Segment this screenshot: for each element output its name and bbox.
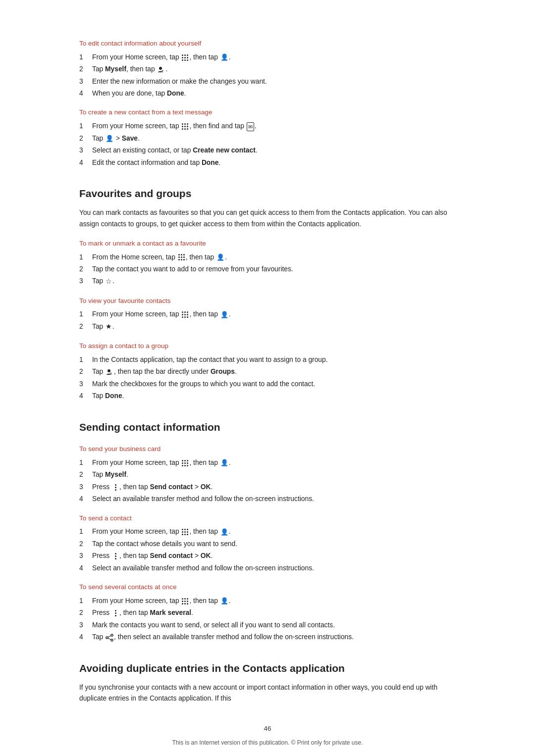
svg-point-0 [159,67,162,70]
section-header-create-from-text: To create a new contact from a text mess… [79,107,456,118]
menu-icon [112,553,119,560]
step-2: 2 Tap Myself. [79,469,456,480]
steps-assign-group: 1 In the Contacts application, tap the c… [79,354,456,402]
svg-point-1 [107,369,110,372]
section-assign-group: To assign a contact to a group 1 In the … [79,341,456,401]
section-send-contact: To send a contact 1 From your Home scree… [79,513,456,573]
step-2: 2 Tap , then tap the bar directly under … [79,366,456,377]
steps-send-business-card: 1 From your Home screen, tap , then tap … [79,457,456,504]
step-1: 1 From your Home screen, tap , then tap … [79,309,456,319]
heading-sending: Sending contact information [79,419,456,436]
star-filled-icon: ★ [106,321,112,332]
step-4: 4 Select an available transfer method an… [79,563,456,573]
svg-point-4 [111,639,113,641]
person-edit-icon [157,65,165,74]
favourites-intro: You can mark contacts as favourites so t… [79,207,456,229]
step-4: 4 When you are done, tap Done. [79,88,456,99]
menu-icon [112,483,119,491]
step-1: 1 From your Home screen, tap , then tap … [79,596,456,606]
step-2: 2 Tap Myself, then tap . [79,64,456,74]
step-1: 1 From your Home screen, tap , then tap … [79,457,456,468]
msg-icon: ✉ [247,122,254,132]
menu-icon [112,609,119,617]
person-icon: 👤 [216,252,224,262]
step-4: 4 Tap , then select an available transfe… [79,632,456,642]
step-1: 1 From the Home screen, tap , then tap 👤… [79,252,456,262]
person-icon: 👤 [220,527,228,537]
star-outline-icon: ☆ [106,276,112,287]
step-1: 1 From your Home screen, tap , then tap … [79,52,456,62]
steps-view-favourites: 1 From your Home screen, tap , then tap … [79,309,456,332]
grid-icon [182,598,188,605]
footer: This is an Internet version of this publ… [79,738,456,748]
grid-icon [182,529,188,535]
person-icon: 👤 [106,134,113,144]
person-icon: 👤 [220,458,228,468]
person-icon: 👤 [220,310,228,320]
step-2: 2 Tap 👤 > Save. [79,133,456,144]
grid-icon [182,311,188,318]
steps-edit-contact: 1 From your Home screen, tap , then tap … [79,52,456,99]
step-3: 3 Mark the contacts you want to send, or… [79,620,456,630]
section-mark-favourite: To mark or unmark a contact as a favouri… [79,239,456,287]
step-3: 3 Enter the new information or make the … [79,76,456,87]
grid-icon [182,460,188,466]
person-icon: 👤 [220,52,228,62]
section-send-business-card: To send your business card 1 From your H… [79,444,456,504]
step-4: 4 Select an available transfer method an… [79,494,456,504]
step-2: 2 Tap the contact whose details you want… [79,539,456,549]
section-header-mark-favourite: To mark or unmark a contact as a favouri… [79,239,456,249]
step-2: 2 Tap the contact you want to add to or … [79,264,456,274]
step-1: 1 From your Home screen, tap , then tap … [79,526,456,537]
section-header-assign-group: To assign a contact to a group [79,341,456,352]
step-1: 1 From your Home screen, tap , then find… [79,121,456,131]
svg-point-2 [111,634,113,636]
grid-icon [178,254,185,260]
section-header-send-business-card: To send your business card [79,444,456,454]
page-number: 46 [79,724,456,734]
person-edit-icon [106,367,113,377]
steps-create-from-text: 1 From your Home screen, tap , then find… [79,121,456,168]
step-3: 3 Mark the checkboxes for the groups to … [79,379,456,389]
step-4: 4 Tap Done. [79,391,456,401]
step-3: 3 Select an existing contact, or tap Cre… [79,145,456,155]
avoiding-intro: If you synchronise your contacts with a … [79,682,456,704]
steps-mark-favourite: 1 From the Home screen, tap , then tap 👤… [79,252,456,287]
section-header-edit-contact: To edit contact information about yourse… [79,39,456,49]
section-header-send-contact: To send a contact [79,513,456,524]
svg-line-6 [108,638,111,640]
share-icon [106,632,113,642]
step-2: 2 Press , then tap Mark several. [79,607,456,618]
section-header-view-favourites: To view your favourite contacts [79,296,456,306]
section-view-favourites: To view your favourite contacts 1 From y… [79,296,456,333]
section-send-several: To send several contacts at once 1 From … [79,582,456,643]
grid-icon [182,54,188,61]
steps-send-contact: 1 From your Home screen, tap , then tap … [79,526,456,573]
section-create-from-text: To create a new contact from a text mess… [79,107,456,167]
step-3: 3 Press , then tap Send contact > OK. [79,482,456,492]
person-icon: 👤 [220,596,228,606]
grid-icon [182,123,188,130]
svg-point-3 [106,637,108,639]
step-1: 1 In the Contacts application, tap the c… [79,354,456,365]
step-3: 3 Press , then tap Send contact > OK. [79,551,456,561]
steps-send-several: 1 From your Home screen, tap , then tap … [79,596,456,643]
section-header-send-several: To send several contacts at once [79,582,456,593]
heading-avoiding: Avoiding duplicate entries in the Contac… [79,660,456,677]
step-2: 2 Tap ★. [79,321,456,332]
svg-line-5 [108,636,111,637]
heading-favourites: Favourites and groups [79,186,456,202]
step-4: 4 Edit the contact information and tap D… [79,157,456,168]
section-edit-contact: To edit contact information about yourse… [79,39,456,99]
step-3: 3 Tap ☆. [79,276,456,287]
